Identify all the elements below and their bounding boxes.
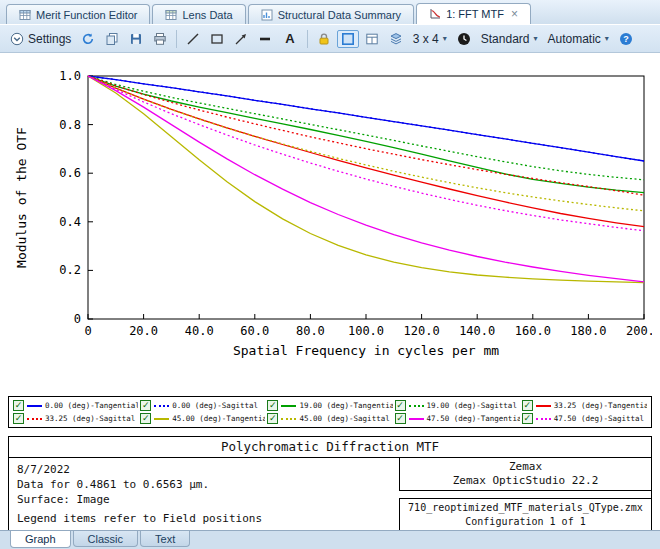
legend-line-sample [154, 418, 169, 420]
plot-title: Polychromatic Diffraction MTF [9, 437, 651, 458]
save-button[interactable] [125, 30, 147, 48]
legend-checkbox[interactable] [13, 413, 24, 424]
active-window-button[interactable] [337, 30, 359, 48]
vendor-name: Zemax [402, 460, 649, 474]
legend-item: 47.50 (deg)-Tangential [395, 413, 520, 424]
legend-item: 19.00 (deg)-Sagittal [395, 400, 520, 411]
arrow-annotation-tool[interactable] [230, 30, 252, 48]
legend-checkbox[interactable] [522, 413, 533, 424]
svg-text:60.0: 60.0 [240, 324, 269, 338]
tab-label: 1: FFT MTF [446, 8, 504, 20]
mtf-chart-svg: 020.040.060.080.0100.0120.0140.0160.0180… [8, 61, 652, 361]
svg-text:0: 0 [84, 324, 91, 338]
refresh-icon [81, 32, 95, 46]
legend-label: 19.00 (deg)-Sagittal [427, 401, 517, 410]
svg-text:1.0: 1.0 [59, 69, 81, 83]
view-tab-label: Graph [25, 533, 56, 545]
legend-line-sample [409, 405, 424, 407]
grid-layout-dropdown[interactable]: 3 x 4 [409, 30, 451, 48]
hline-annotation-tool[interactable] [254, 30, 276, 48]
text-annotation-tool[interactable]: A [278, 29, 301, 48]
legend-checkbox[interactable] [140, 400, 151, 411]
thick-line-icon [258, 32, 272, 46]
rectangle-annotation-tool[interactable] [206, 30, 228, 48]
copy-icon [105, 32, 119, 46]
standard-dropdown[interactable]: Standard [477, 30, 542, 48]
chevron-down-circle-icon [10, 32, 24, 46]
legend-checkbox[interactable] [13, 400, 24, 411]
mtf-chart: 020.040.060.080.0100.0120.0140.0160.0180… [8, 61, 652, 364]
date-text: 8/7/2022 [17, 462, 391, 477]
view-tab-text[interactable]: Text [140, 531, 190, 547]
settings-label: Settings [28, 32, 71, 46]
print-icon [153, 32, 167, 46]
legend-checkbox[interactable] [395, 413, 406, 424]
legend-label: 33.25 (deg)-Tangential [554, 401, 647, 410]
lock-button[interactable] [313, 30, 335, 48]
svg-text:40.0: 40.0 [185, 324, 214, 338]
vendor-cell: Zemax Zemax OpticStudio 22.2 [399, 458, 651, 491]
info-right-column: Zemax Zemax OpticStudio 22.2 710_reoptim… [399, 458, 651, 530]
copy-button[interactable] [101, 30, 123, 48]
legend-checkbox[interactable] [140, 413, 151, 424]
document-tabbar: Merit Function Editor Lens Data Structur… [0, 0, 660, 24]
svg-text:Modulus of the OTF: Modulus of the OTF [14, 127, 29, 268]
toolbar-separator [176, 30, 177, 48]
auto-update-button[interactable] [453, 30, 475, 48]
refresh-button[interactable] [77, 30, 99, 48]
view-tab-graph[interactable]: Graph [10, 531, 71, 548]
legend-item: 33.25 (deg)-Tangential [522, 400, 647, 411]
legend-line-sample [154, 405, 169, 407]
plot-content-area: 020.040.060.080.0100.0120.0140.0160.0180… [0, 53, 660, 530]
legend-item: 19.00 (deg)-Tangential [267, 400, 392, 411]
svg-text:0: 0 [74, 312, 81, 326]
automatic-dropdown[interactable]: Automatic [544, 30, 613, 48]
line-icon [186, 32, 200, 46]
legend-checkbox[interactable] [395, 400, 406, 411]
settings-button[interactable]: Settings [6, 30, 75, 48]
print-button[interactable] [149, 30, 171, 48]
layers-button[interactable] [385, 30, 407, 48]
caret-down-icon [443, 34, 447, 43]
automatic-label: Automatic [548, 32, 601, 46]
tab-label: Merit Function Editor [36, 9, 137, 21]
legend-checkbox[interactable] [522, 400, 533, 411]
spreadsheet-icon [19, 9, 31, 21]
legend-line-sample [281, 405, 296, 407]
legend-checkbox[interactable] [267, 413, 278, 424]
tab-structural-data-summary[interactable]: Structural Data Summary [248, 4, 414, 24]
legend-line-sample [281, 418, 296, 420]
legend-label: 0.00 (deg)-Tangential [45, 401, 138, 410]
svg-text:120.0: 120.0 [404, 324, 440, 338]
legend-note-text: Legend items refer to Field positions [17, 511, 391, 526]
svg-text:20.0: 20.0 [129, 324, 158, 338]
caret-down-icon [533, 34, 537, 43]
split-window-button[interactable] [361, 30, 383, 48]
legend-label: 19.00 (deg)-Tangential [299, 401, 392, 410]
svg-text:0.4: 0.4 [59, 215, 81, 229]
file-name: 710_reoptimized_MTF_materials_QType.zmx [402, 501, 649, 515]
legend-checkbox[interactable] [267, 400, 278, 411]
file-cell: 710_reoptimized_MTF_materials_QType.zmx … [399, 498, 651, 530]
legend-label: 33.25 (deg)-Sagittal [45, 414, 135, 423]
view-tab-classic[interactable]: Classic [73, 531, 138, 547]
table-icon [165, 9, 177, 21]
configuration-text: Configuration 1 of 1 [402, 515, 649, 529]
line-graph-icon [429, 8, 441, 20]
legend-line-sample [409, 418, 424, 420]
help-button[interactable]: ? [615, 30, 637, 48]
legend-line-sample [536, 405, 551, 407]
legend-item: 45.00 (deg)-Tangential [140, 413, 265, 424]
tab-merit-function-editor[interactable]: Merit Function Editor [6, 4, 150, 24]
tab-fft-mtf[interactable]: 1: FFT MTF [416, 3, 531, 24]
line-annotation-tool[interactable] [182, 30, 204, 48]
legend-line-sample [27, 405, 42, 407]
legend-item: 45.00 (deg)-Sagittal [267, 413, 392, 424]
tab-lens-data[interactable]: Lens Data [152, 4, 245, 24]
legend-label: 45.00 (deg)-Sagittal [299, 414, 389, 423]
svg-text:?: ? [623, 34, 629, 44]
close-icon[interactable] [511, 9, 518, 19]
legend-item: 0.00 (deg)-Tangential [13, 400, 138, 411]
legend-item: 33.25 (deg)-Sagittal [13, 413, 138, 424]
surface-text: Surface: Image [17, 492, 391, 507]
